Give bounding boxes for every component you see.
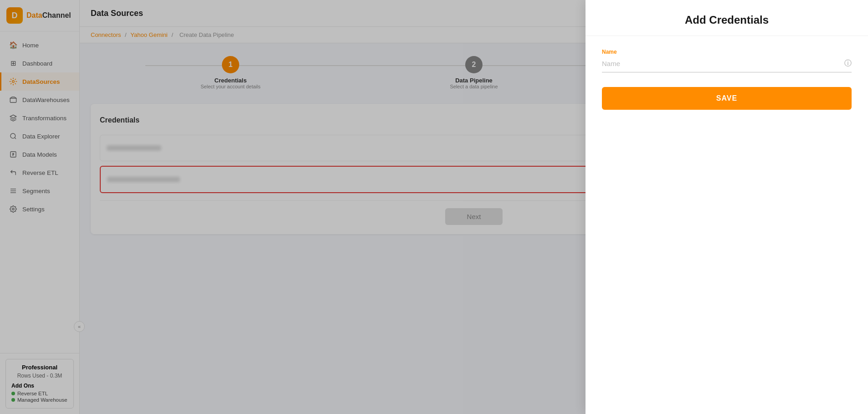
name-field-row: ⓘ (602, 58, 852, 72)
info-icon[interactable]: ⓘ (844, 59, 852, 68)
add-credentials-panel: Add Credentials Name ⓘ SAVE (586, 0, 868, 414)
save-button[interactable]: SAVE (602, 87, 852, 110)
name-field-label: Name (602, 49, 852, 55)
panel-body: Name ⓘ SAVE (586, 36, 868, 414)
name-input[interactable] (602, 58, 844, 69)
panel-title: Add Credentials (602, 14, 852, 26)
panel-header: Add Credentials (586, 0, 868, 36)
